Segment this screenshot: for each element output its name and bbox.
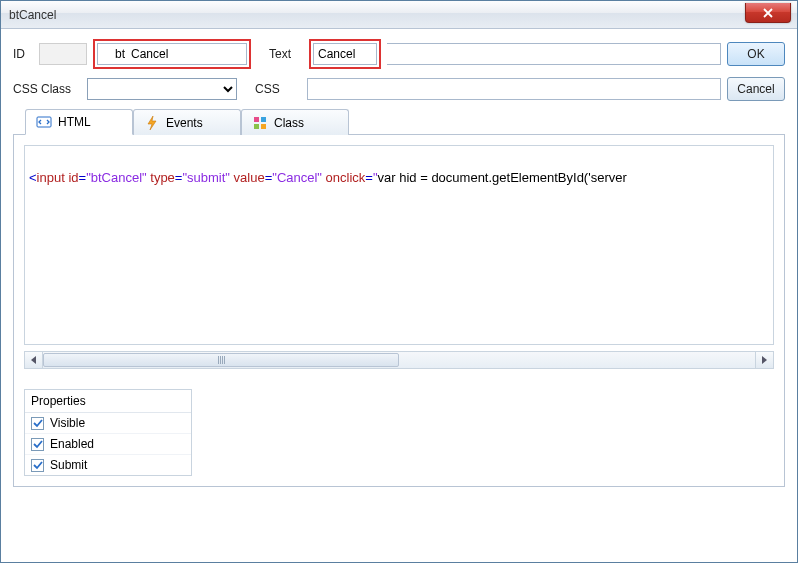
row-id-text: ID bt Text OK [13,39,785,69]
property-label: Submit [50,458,87,472]
scroll-right-button[interactable] [755,352,773,368]
property-row: Submit [25,455,191,475]
tab-events[interactable]: Events [133,109,241,135]
dialog-buttons: OK [727,42,785,66]
dialog-buttons2: Cancel [727,77,785,101]
row-css: CSS Class CSS Cancel [13,77,785,101]
cancel-button[interactable]: Cancel [727,77,785,101]
tab-class-label: Class [274,116,304,130]
id-input[interactable] [127,43,247,65]
lightning-icon [144,115,160,131]
tab-class[interactable]: Class [241,109,349,135]
scroll-track[interactable] [43,352,755,368]
code-line: <input id="btCancel" type="submit" value… [29,170,769,185]
id-label: ID [13,47,33,61]
property-row: Enabled [25,434,191,455]
text-input-rest[interactable] [387,43,721,65]
horizontal-scrollbar[interactable] [24,351,774,369]
property-label: Enabled [50,437,94,451]
class-icon [252,115,268,131]
editor-panel: <input id="btCancel" type="submit" value… [13,135,785,487]
css-input[interactable] [307,78,721,100]
svg-rect-2 [261,117,266,122]
svg-rect-1 [254,117,259,122]
titlebar: btCancel [1,1,797,29]
scroll-thumb[interactable] [43,353,399,367]
cssclass-label: CSS Class [13,82,81,96]
tab-html-label: HTML [58,115,91,129]
tab-html[interactable]: HTML [25,109,133,135]
id-prefix: bt [97,43,127,65]
property-row: Visible [25,413,191,434]
checkbox-visible[interactable] [31,417,44,430]
id-group-highlight: bt [93,39,251,69]
code-editor[interactable]: <input id="btCancel" type="submit" value… [24,145,774,345]
text-label: Text [269,47,303,61]
properties-title: Properties [25,390,191,413]
svg-rect-4 [261,124,266,129]
checkbox-enabled[interactable] [31,438,44,451]
window-title: btCancel [9,8,56,22]
grip-icon [218,356,225,364]
chevron-right-icon [762,356,767,364]
property-label: Visible [50,416,85,430]
cssclass-select[interactable] [87,78,237,100]
id-disabled-field [39,43,87,65]
tab-events-label: Events [166,116,203,130]
close-icon [763,8,773,18]
close-button[interactable] [745,3,791,23]
text-input[interactable] [313,43,377,65]
html-icon [36,114,52,130]
check-icon [33,460,43,470]
scroll-left-button[interactable] [25,352,43,368]
tabs: HTML Events Class [13,109,785,135]
dialog-content: ID bt Text OK CSS Class CSS Cancel HTML [1,29,797,497]
check-icon [33,418,43,428]
properties-panel: Properties VisibleEnabledSubmit [24,389,192,476]
svg-rect-3 [254,124,259,129]
checkbox-submit[interactable] [31,459,44,472]
ok-button[interactable]: OK [727,42,785,66]
check-icon [33,439,43,449]
css-label: CSS [255,82,301,96]
text-group-highlight [309,39,381,69]
chevron-left-icon [31,356,36,364]
